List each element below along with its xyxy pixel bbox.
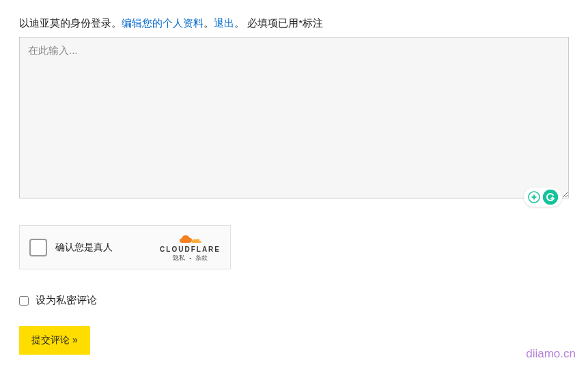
captcha-label: 确认您是真人 xyxy=(55,241,152,254)
grammarly-badge[interactable] xyxy=(524,188,562,207)
private-label: 设为私密评论 xyxy=(36,294,97,307)
cf-terms-link[interactable]: 条款 xyxy=(195,254,208,263)
logout-link[interactable]: 退出 xyxy=(214,17,234,29)
cloudflare-text: CLOUDFLARE xyxy=(160,246,221,253)
login-info-line: 以迪亚莫的身份登录。编辑您的个人资料。退出。 必填项已用*标注 xyxy=(19,17,569,30)
comment-textarea[interactable] xyxy=(19,37,569,198)
cloudflare-brand: CLOUDFLARE 隐私 • 条款 xyxy=(160,233,221,263)
cloudflare-logo-icon xyxy=(178,233,203,245)
cf-dot: • xyxy=(189,255,191,261)
captcha-checkbox[interactable] xyxy=(29,239,47,256)
edit-profile-link[interactable]: 编辑您的个人资料 xyxy=(122,17,204,29)
separator: 。 xyxy=(234,17,244,29)
cf-privacy-link[interactable]: 隐私 xyxy=(173,254,185,263)
login-prefix: 以迪亚莫的身份登录。 xyxy=(19,17,122,29)
submit-comment-button[interactable]: 提交评论 » xyxy=(19,326,90,355)
grammarly-g-icon xyxy=(543,190,558,205)
cloudflare-links: 隐私 • 条款 xyxy=(173,254,208,263)
required-note: 必填项已用*标注 xyxy=(244,17,323,29)
svg-point-3 xyxy=(543,190,558,205)
grammarly-plus-icon xyxy=(528,191,540,203)
watermark: diiamo.cn xyxy=(526,347,576,361)
private-comment-row: 设为私密评论 xyxy=(19,294,569,307)
private-checkbox[interactable] xyxy=(19,296,29,306)
cloudflare-turnstile-widget: 确认您是真人 CLOUDFLARE 隐私 • 条款 xyxy=(19,225,231,269)
separator: 。 xyxy=(204,17,214,29)
